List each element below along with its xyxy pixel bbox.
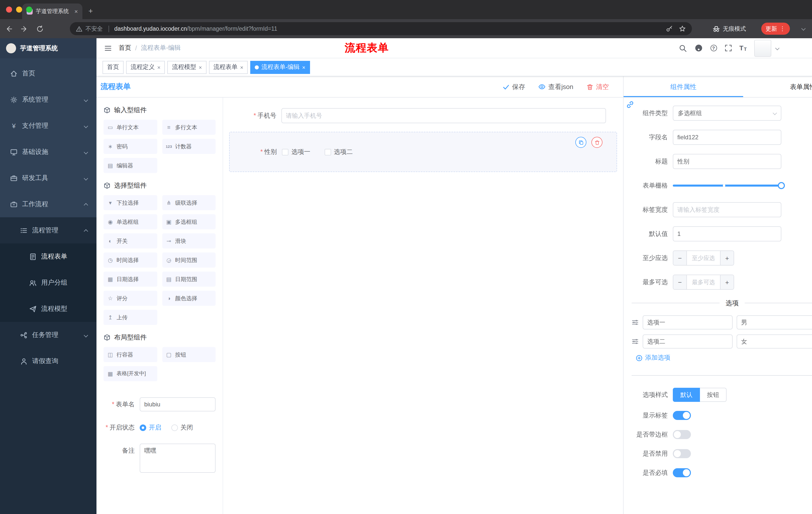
gender-option-1-checkbox[interactable]: 选项一 bbox=[282, 147, 310, 156]
component-counter[interactable]: 123计数器 bbox=[162, 139, 215, 154]
delete-component-button[interactable] bbox=[591, 137, 603, 148]
sidebar-logo[interactable]: 芋道管理系统 bbox=[0, 38, 96, 58]
slider-handle[interactable] bbox=[778, 182, 785, 189]
doc-link-icon[interactable] bbox=[626, 101, 634, 109]
option-value-input[interactable] bbox=[736, 315, 812, 329]
new-tab-button[interactable]: + bbox=[88, 6, 93, 15]
component-type-select[interactable]: 多选框组 bbox=[673, 106, 781, 121]
save-button[interactable]: 保存 bbox=[502, 82, 525, 91]
border-switch[interactable] bbox=[673, 430, 691, 439]
grid-slider[interactable] bbox=[673, 178, 781, 193]
option-label-input[interactable] bbox=[643, 315, 733, 329]
min-select-value[interactable]: 至少应选 bbox=[686, 251, 721, 265]
component-color-picker[interactable]: ◑颜色选择 bbox=[162, 291, 215, 306]
forward-icon[interactable] bbox=[21, 25, 28, 32]
view-json-button[interactable]: 查看json bbox=[538, 82, 573, 91]
window-minimize-button[interactable] bbox=[16, 6, 22, 12]
component-switch[interactable]: ◐开关 bbox=[104, 233, 157, 248]
component-date-picker[interactable]: ▦日期选择 bbox=[104, 272, 157, 287]
component-button[interactable]: ▢按钮 bbox=[162, 347, 215, 362]
add-option-button[interactable]: 添加选项 bbox=[636, 354, 812, 362]
tag-close-icon[interactable]: × bbox=[157, 64, 161, 70]
help-icon[interactable]: ? bbox=[710, 45, 717, 51]
title-input[interactable] bbox=[673, 154, 781, 169]
sidebar-item-workflow[interactable]: 工作流程 bbox=[0, 191, 96, 217]
sidebar-item-user-groups[interactable]: 用户分组 bbox=[0, 270, 96, 296]
tag-close-icon[interactable]: × bbox=[302, 64, 306, 70]
tag-process-definition[interactable]: 流程定义× bbox=[126, 61, 165, 74]
search-icon[interactable] bbox=[678, 44, 687, 52]
decrease-button[interactable]: − bbox=[673, 275, 686, 289]
component-password[interactable]: ∗密码 bbox=[104, 139, 157, 154]
label-width-input[interactable] bbox=[673, 202, 781, 217]
component-table[interactable]: ▦表格[开发中] bbox=[104, 366, 157, 381]
component-cascader[interactable]: ⋔级联选择 bbox=[162, 195, 215, 210]
sidebar-item-leave-query[interactable]: 请假查询 bbox=[0, 348, 96, 374]
phone-input[interactable] bbox=[281, 108, 606, 123]
component-multi-line-text[interactable]: ≡多行文本 bbox=[162, 120, 215, 135]
sidebar-collapse-icon[interactable] bbox=[104, 44, 112, 52]
password-key-icon[interactable] bbox=[666, 25, 673, 32]
tag-process-form-edit[interactable]: 流程表单-编辑× bbox=[251, 61, 310, 74]
increase-button[interactable]: + bbox=[721, 251, 734, 265]
status-radio-off[interactable]: 关闭 bbox=[171, 423, 193, 432]
sidebar-item-process-form[interactable]: 流程表单 bbox=[0, 243, 96, 270]
form-remark-textarea[interactable]: 嘿嘿 bbox=[140, 443, 215, 473]
component-single-line-text[interactable]: ▭单行文本 bbox=[104, 120, 157, 135]
max-select-value[interactable]: 最多可选 bbox=[686, 275, 721, 289]
sidebar-item-task-management[interactable]: 任务管理 bbox=[0, 322, 96, 348]
component-time-picker[interactable]: ◷时间选择 bbox=[104, 252, 157, 268]
tag-close-icon[interactable]: × bbox=[199, 64, 202, 70]
phone-field[interactable]: 手机号 bbox=[223, 103, 623, 129]
style-button-button[interactable]: 按钮 bbox=[700, 388, 727, 402]
sidebar-item-payment[interactable]: ¥ 支付管理 bbox=[0, 113, 96, 139]
drag-handle-icon[interactable] bbox=[632, 338, 639, 345]
bookmark-star-icon[interactable] bbox=[679, 25, 686, 32]
window-close-button[interactable] bbox=[6, 6, 12, 12]
tag-process-model[interactable]: 流程模型× bbox=[168, 61, 206, 74]
avatar[interactable] bbox=[754, 39, 771, 57]
required-switch[interactable] bbox=[673, 468, 691, 477]
increase-button[interactable]: + bbox=[721, 275, 734, 289]
back-icon[interactable] bbox=[5, 25, 12, 32]
gender-option-2-checkbox[interactable]: 选项二 bbox=[324, 147, 353, 156]
tab-close-icon[interactable]: × bbox=[75, 8, 78, 15]
component-date-range[interactable]: ▤日期范围 bbox=[162, 272, 215, 287]
component-time-range[interactable]: ◶时间范围 bbox=[162, 252, 215, 268]
field-name-input[interactable] bbox=[673, 130, 781, 145]
disabled-switch[interactable] bbox=[673, 449, 691, 458]
tab-component-props[interactable]: 组件属性 bbox=[624, 77, 743, 97]
tag-close-icon[interactable]: × bbox=[240, 64, 243, 70]
security-warning-icon[interactable] bbox=[76, 25, 82, 32]
component-checkbox-group[interactable]: ▣多选框组 bbox=[162, 214, 215, 229]
form-canvas[interactable]: 手机号 性别 bbox=[223, 98, 623, 514]
component-row-container[interactable]: ◫行容器 bbox=[104, 347, 157, 362]
copy-component-button[interactable] bbox=[575, 137, 586, 148]
window-zoom-button[interactable] bbox=[26, 6, 32, 12]
font-size-icon[interactable]: TT bbox=[740, 44, 747, 52]
tag-home[interactable]: 首页 bbox=[103, 61, 124, 74]
show-label-switch[interactable] bbox=[673, 411, 691, 420]
default-value-input[interactable] bbox=[673, 226, 781, 241]
browser-update-button[interactable]: 更新 ⋮ bbox=[761, 23, 790, 35]
sidebar-item-devtools[interactable]: 研发工具 bbox=[0, 165, 96, 191]
component-rate[interactable]: ☆评分 bbox=[104, 291, 157, 306]
gender-field-selected[interactable]: 性别 选项一 选项二 bbox=[229, 132, 617, 172]
sidebar-item-process-model[interactable]: 流程模型 bbox=[0, 296, 96, 322]
sidebar-item-home[interactable]: 首页 bbox=[0, 60, 96, 86]
sidebar-item-system[interactable]: 系统管理 bbox=[0, 86, 96, 113]
component-radio-group[interactable]: ◉单选框组 bbox=[104, 214, 157, 229]
option-value-input[interactable] bbox=[736, 334, 812, 349]
breadcrumb-root[interactable]: 首页 bbox=[119, 44, 131, 52]
avatar-caret-icon[interactable] bbox=[776, 45, 779, 52]
sidebar-item-process-management[interactable]: 流程管理 bbox=[0, 217, 96, 243]
tab-form-props[interactable]: 表单属性 bbox=[743, 77, 812, 97]
sidebar-item-infrastructure[interactable]: 基础设施 bbox=[0, 139, 96, 165]
github-icon[interactable] bbox=[694, 44, 703, 52]
form-name-input[interactable] bbox=[140, 397, 215, 411]
fullscreen-icon[interactable] bbox=[724, 44, 732, 52]
browser-caret-down-icon[interactable] bbox=[802, 25, 805, 32]
component-dropdown[interactable]: ▾下拉选择 bbox=[104, 195, 157, 210]
component-editor[interactable]: ▤编辑器 bbox=[104, 158, 157, 173]
status-radio-on[interactable]: 开启 bbox=[140, 423, 161, 432]
